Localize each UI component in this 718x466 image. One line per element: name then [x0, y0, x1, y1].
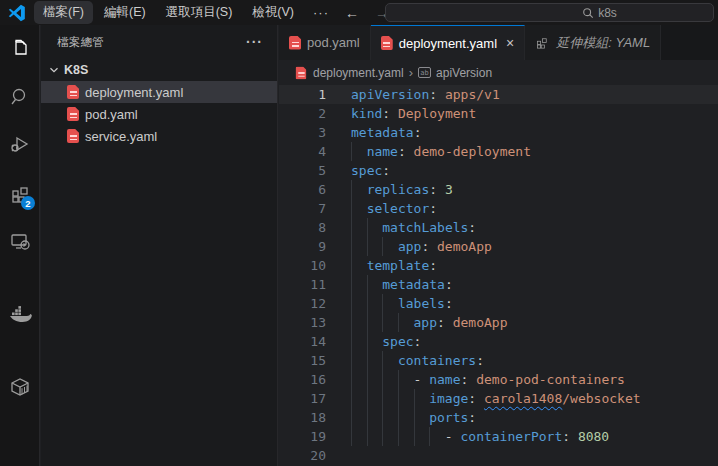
- navigate-back-button[interactable]: ←: [337, 3, 367, 23]
- tab-label: deployment.yaml: [399, 36, 497, 51]
- file-row-service.yaml[interactable]: service.yaml: [41, 125, 277, 147]
- code-line-15[interactable]: 15containers:: [279, 351, 718, 370]
- title-bar: 檔案(F)編輯(E)選取項目(S)檢視(V) ··· ← → k8s: [0, 0, 718, 25]
- code-text: apiVersion: apps/v1: [351, 85, 500, 104]
- line-number: 11: [279, 277, 326, 292]
- activity-item-docker[interactable]: [0, 291, 40, 339]
- code-text: kind: Deployment: [351, 104, 476, 123]
- files-icon: [8, 37, 32, 61]
- file-list: deployment.yamlpod.yamlservice.yaml: [41, 81, 277, 147]
- code-text: - name: demo-pod-containers: [351, 370, 625, 389]
- code-text: labels:: [351, 294, 453, 313]
- line-number: 3: [279, 125, 326, 140]
- breadcrumb-symbol[interactable]: apiVersion: [436, 66, 492, 80]
- file-name: deployment.yaml: [85, 85, 183, 100]
- code-line-6[interactable]: 6replicas: 3: [279, 180, 718, 199]
- menu-item-2[interactable]: 選取項目(S): [157, 1, 242, 24]
- container-icon: [7, 374, 33, 400]
- code-text: replicas: 3: [351, 180, 453, 199]
- code-line-9[interactable]: 9app: demoApp: [279, 237, 718, 256]
- command-center-search[interactable]: k8s: [385, 3, 714, 22]
- code-line-7[interactable]: 7selector:: [279, 199, 718, 218]
- code-text: app: demoApp: [351, 313, 507, 332]
- file-row-deployment.yaml[interactable]: deployment.yaml: [41, 81, 277, 103]
- activity-item-kubernetes[interactable]: [0, 363, 40, 411]
- yaml-file-icon: [295, 66, 306, 79]
- folder-name: K8S: [64, 63, 88, 77]
- tab-label: 延伸模組: YAML: [556, 34, 650, 52]
- line-number: 6: [279, 182, 326, 197]
- code-text: selector:: [351, 199, 437, 218]
- code-text: image: carola1408/websocket: [351, 389, 641, 408]
- file-name: pod.yaml: [85, 107, 138, 122]
- activity-item-run-and-debug[interactable]: [0, 121, 40, 169]
- line-number: 4: [279, 144, 326, 159]
- chevron-down-icon: [47, 63, 61, 77]
- breadcrumb-file[interactable]: deployment.yaml: [313, 66, 404, 80]
- code-text: app: demoApp: [351, 237, 492, 256]
- yaml-file-icon: [67, 129, 79, 143]
- code-line-11[interactable]: 11metadata:: [279, 275, 718, 294]
- folder-row-k8s[interactable]: K8S: [41, 59, 277, 81]
- code-line-12[interactable]: 12labels:: [279, 294, 718, 313]
- code-text: metadata:: [351, 123, 421, 142]
- menu-item-0[interactable]: 檔案(F): [34, 1, 93, 24]
- line-number: 10: [279, 258, 326, 273]
- code-line-8[interactable]: 8matchLabels:: [279, 218, 718, 237]
- line-number: 1: [279, 87, 326, 102]
- code-text: name: demo-deployment: [351, 142, 531, 161]
- code-text: - containerPort: 8080: [351, 427, 609, 446]
- menu-item-3[interactable]: 檢視(V): [243, 1, 303, 24]
- more-actions-button[interactable]: ···: [242, 34, 267, 50]
- docker-icon: [7, 303, 33, 327]
- breadcrumb-separator: ›: [409, 65, 413, 80]
- extensions-icon: [535, 35, 550, 50]
- code-text: matchLabels:: [351, 218, 476, 237]
- code-line-4[interactable]: 4name: demo-deployment: [279, 142, 718, 161]
- yaml-file-icon: [381, 36, 393, 50]
- code-line-13[interactable]: 13app: demoApp: [279, 313, 718, 332]
- menu-overflow-button[interactable]: ···: [305, 3, 337, 22]
- line-number: 2: [279, 106, 326, 121]
- debug-icon: [8, 133, 32, 157]
- tab-deployment.yaml[interactable]: deployment.yaml×: [371, 25, 525, 60]
- code-line-20[interactable]: 20: [279, 446, 718, 465]
- code-line-1[interactable]: 1apiVersion: apps/v1: [279, 85, 718, 104]
- code-text: metadata:: [351, 275, 453, 294]
- code-line-17[interactable]: 17image: carola1408/websocket: [279, 389, 718, 408]
- symbol-icon: ab: [418, 67, 431, 78]
- code-text: template:: [351, 256, 437, 275]
- activity-item-remote-explorer[interactable]: [0, 217, 40, 265]
- activity-item-explorer[interactable]: [0, 25, 40, 73]
- code-line-16[interactable]: 16- name: demo-pod-containers: [279, 370, 718, 389]
- code-editor[interactable]: 1apiVersion: apps/v12kind: Deployment3me…: [279, 85, 718, 465]
- tab-pod.yaml[interactable]: pod.yaml: [279, 25, 371, 60]
- sidebar-title: 檔案總管: [57, 35, 242, 50]
- yaml-file-icon: [67, 107, 79, 121]
- sidebar-header: 檔案總管 ···: [41, 25, 277, 59]
- close-icon[interactable]: ×: [506, 36, 514, 50]
- line-number: 15: [279, 353, 326, 368]
- tab-延伸模組: YAML[interactable]: 延伸模組: YAML: [525, 25, 661, 60]
- search-icon: [582, 7, 594, 19]
- line-number: 9: [279, 239, 326, 254]
- tab-bar: pod.yamldeployment.yaml×延伸模組: YAML: [279, 25, 718, 60]
- code-line-3[interactable]: 3metadata:: [279, 123, 718, 142]
- extensions-badge: 2: [21, 196, 35, 210]
- menu-item-1[interactable]: 編輯(E): [95, 1, 155, 24]
- code-line-10[interactable]: 10template:: [279, 256, 718, 275]
- code-line-18[interactable]: 18ports:: [279, 408, 718, 427]
- code-line-2[interactable]: 2kind: Deployment: [279, 104, 718, 123]
- line-number: 13: [279, 315, 326, 330]
- code-line-14[interactable]: 14spec:: [279, 332, 718, 351]
- line-number: 8: [279, 220, 326, 235]
- file-row-pod.yaml[interactable]: pod.yaml: [41, 103, 277, 125]
- activity-item-extensions[interactable]: 2: [0, 169, 40, 217]
- activity-item-search[interactable]: [0, 73, 40, 121]
- line-number: 20: [279, 448, 326, 463]
- line-number: 12: [279, 296, 326, 311]
- code-line-5[interactable]: 5spec:: [279, 161, 718, 180]
- search-icon: [8, 85, 32, 109]
- activity-bar: 2: [0, 25, 40, 466]
- code-line-19[interactable]: 19- containerPort: 8080: [279, 427, 718, 446]
